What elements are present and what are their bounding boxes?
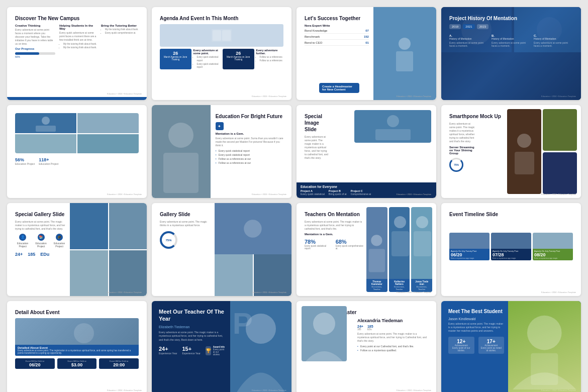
slide-4-years: 2019 2021 2023	[449, 24, 573, 29]
slide-13-stats: Event Will be Hold at 06/20 Event Will b…	[15, 358, 139, 369]
slide-10-footer: Education • 2024 • Education Template	[252, 291, 286, 293]
slide-education-bright: Education For Bright Future ✦ Mentation …	[152, 105, 291, 198]
svg-rect-21	[369, 249, 385, 272]
slide-16-stats: 12+ Achievement Every point of our stori…	[448, 337, 504, 354]
slide-7-title: Special Image Slide	[305, 113, 330, 133]
slide-2-image	[160, 24, 283, 47]
slide-5-img4	[77, 134, 139, 153]
slide-8-content: Smarthpone Mock Up Every adventure at so…	[449, 113, 508, 172]
slide-13-stat2: Event Will be Hold at $3.00	[57, 358, 97, 369]
slide-best-student: Meet The Best Student Jason Kindlewald E…	[441, 301, 581, 392]
slide-7-content: Special Image Slide Every adventure at s…	[305, 113, 356, 160]
slide-1-pct: 60%	[15, 55, 55, 58]
slide-14-title: Meet Our Teacher Of The Year	[159, 308, 226, 323]
slide-2-footer: Education • 2024 • Education Template	[252, 95, 286, 97]
slide-14-icon: 🏆	[206, 346, 211, 355]
slide-14-body: Every adventure at some point. The magic…	[159, 331, 226, 342]
slide-1-subtitle2: Helping Students In the Way	[59, 24, 97, 30]
slide-9-num1: 24+	[15, 252, 23, 257]
slide-14-stat1: 24+ Experience Year	[159, 346, 177, 356]
slide-4-footer: Education • 2024 • Education Template	[541, 95, 576, 97]
slide-15-footer: Education • 2024 • Education Template	[397, 389, 431, 391]
slide-6-image	[152, 105, 211, 198]
slide-13-title: Detail About Event	[15, 309, 139, 316]
slide-8-subtitle: Server Streaming on Your Shining Group	[449, 146, 477, 155]
slide-event-timeline: Event Timeline Slide Agenda On July Twen…	[441, 203, 581, 296]
slide-7-body: Every adventure at some point. The magic…	[305, 135, 330, 160]
slide-4-col2: B. History of Mentation Every adventure …	[492, 34, 531, 47]
slide-6-content: Education For Bright Future ✦ Mentation …	[216, 113, 283, 164]
svg-point-11	[42, 117, 50, 125]
svg-rect-18	[515, 152, 534, 174]
slide-7-image	[354, 110, 431, 143]
slide-11-teachers: Thomas Kammeier Economics, Teacher Kathe…	[366, 203, 436, 296]
slide-14-stat2: 15+ Experience Year	[182, 346, 200, 356]
slide-5-stats: 56% Education Project 118+ Education Pro…	[15, 157, 139, 165]
slide-15-person-name: Alexandria Tiedeman	[357, 318, 428, 323]
slide-discover-campus: Discover The New Campus Creative Thinkin…	[7, 7, 147, 100]
svg-point-4	[399, 38, 411, 50]
slide-7-footer: Education • 2024 • Education Template	[397, 193, 431, 195]
slide-1-progress-fill	[15, 52, 39, 55]
slide-8-title: Smarthpone Mock Up	[449, 113, 508, 120]
slide-3-person: Nora Expert Write	[305, 24, 369, 27]
slide-3-stat3: Bond to CEO 01	[305, 41, 369, 46]
slide-5-img1	[15, 113, 76, 133]
slide-agenda-event: Agenda And Event In This Month 26 March …	[152, 7, 291, 100]
slide-14-stats: 24+ Experience Year 15+ Experience Year …	[159, 346, 226, 356]
slide-11-teacher3-info: Jonas Tiede man Economics, Teacher	[411, 279, 432, 292]
slide-12-badge3: Agenda On July Twenty Past 08/20 Enter a…	[533, 249, 573, 260]
slide-success-together: Let's Success Together Nora Expert Write…	[297, 7, 436, 100]
slide-10-photo-sm2	[254, 254, 291, 296]
slide-7-bottom-bar: Education for Everyone Project A Every q…	[297, 182, 436, 198]
slide-7-project1: Project A Every quick statistical	[301, 189, 325, 195]
slide-11-teacher2: Katherine Nahlers Economics, Teacher	[389, 207, 410, 292]
slide-1-progress-bar	[15, 52, 55, 55]
slide-16-stat1: 12+ Achievement Every point of our stori…	[448, 337, 474, 354]
slide-5-footer: Education • 2024 • Education Template	[107, 193, 142, 195]
slide-9-gallery	[70, 203, 147, 296]
slide-8-body: Every adventure at some point. The magic…	[449, 122, 477, 143]
slide-10-photo-row	[215, 254, 291, 296]
slide-9-icon2: 📚 Education Project	[33, 234, 48, 248]
slide-4-history-cols: A. History of Mentation Every adventure …	[449, 34, 573, 47]
slide-9-footer: Education • 2024 • Education Template	[107, 291, 142, 293]
slide-11-subtitle: Mentation is a Gem.	[305, 233, 364, 236]
slide-5-img2	[77, 113, 139, 133]
slide-16-title: Meet The Best Student	[448, 308, 504, 315]
slide-1-footer-bar	[7, 97, 147, 100]
slide-4-col1: A. History of Mentation Every adventure …	[449, 34, 488, 47]
slide-13-stat1: Event Will be Hold at 06/20	[15, 358, 55, 369]
svg-rect-30	[531, 353, 558, 385]
slide-15-num2: 185 EDu	[367, 325, 373, 331]
svg-point-28	[313, 313, 335, 335]
svg-point-15	[387, 115, 399, 127]
slide-15-person-image	[302, 306, 347, 361]
slide-2-date2-label: March Agenda on June Training	[225, 56, 252, 61]
slide-16-person-image	[508, 301, 581, 392]
svg-rect-16	[375, 129, 411, 140]
svg-rect-12	[36, 126, 56, 132]
slide-9-title: Special Gallery Slide	[15, 211, 67, 218]
slide-10-body: Every adventure at some point. The magic…	[160, 220, 212, 227]
slide-12-event2: Agenda On July Twenty Past 07/28 Enter a…	[491, 233, 531, 260]
slide-11-pct2: 68% Every quick comprehensive at.	[336, 239, 364, 250]
slide-14-person-image: P	[230, 301, 291, 392]
slide-9-gallery-2	[109, 203, 147, 249]
slide-11-pct1: 78% Every quick statistical report	[305, 239, 331, 250]
slide-9-nums: 24+ 185 EDu	[15, 252, 67, 257]
slide-4-year3: 2023	[477, 24, 488, 29]
slide-9-num3: EDu	[40, 252, 49, 257]
slide-12-footer: Education • 2024 • Education Template	[541, 291, 576, 293]
slide-12-badge1: Agenda On July Twenty Past 06/20 Enter a…	[449, 249, 489, 260]
slide-15-num1: 24+ 185	[357, 325, 363, 331]
slide-9-icon3: 🎓 Education Project	[52, 234, 67, 248]
slide-15-nums: 24+ 185 185 EDu	[357, 325, 428, 331]
slide-11-footer: Education • 2024 • Education Template	[397, 291, 431, 293]
slide-9-num2: 185	[28, 252, 35, 257]
slide-3-content: Let's Success Together Nora Expert Write…	[305, 15, 369, 46]
slide-7-bottom-title: Education for Everyone	[301, 185, 432, 188]
svg-rect-25	[414, 231, 431, 256]
slide-9-icon3-circle: 🎓	[56, 234, 63, 241]
slide-1-subtitle1: Creative Thinking	[15, 24, 55, 27]
